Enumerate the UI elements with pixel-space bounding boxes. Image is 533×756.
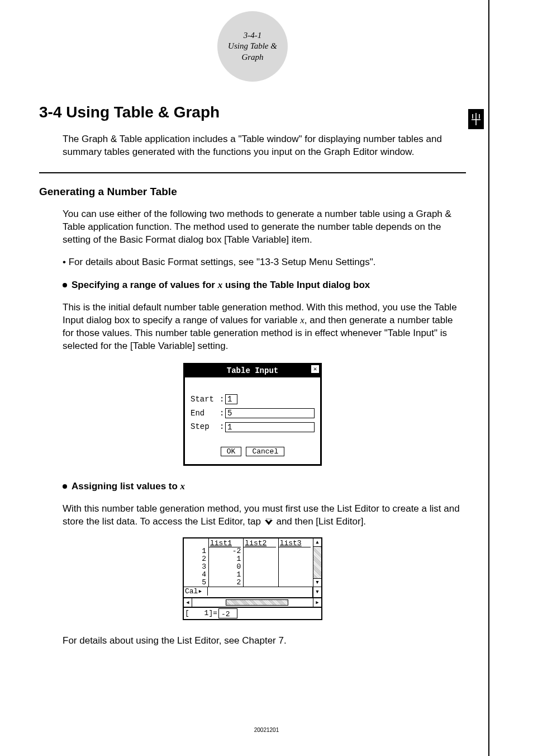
- end-field[interactable]: 5: [225, 408, 315, 418]
- scroll-thumb[interactable]: [226, 599, 288, 606]
- scroll-left-icon[interactable]: ◂: [184, 598, 192, 607]
- input-index: 1]=: [191, 608, 218, 619]
- list-input-line: [ 1]= -2: [184, 607, 321, 619]
- end-label: End: [191, 408, 220, 419]
- bullet-heading-range: Specifying a range of values for x using…: [63, 279, 466, 292]
- list-rownum: 1: [184, 547, 206, 555]
- variable-x-inline: x: [300, 315, 304, 325]
- bullet-dot-icon: [63, 283, 67, 287]
- list-row-numbers: 1 2 3 4 5: [184, 538, 209, 587]
- scroll-up-icon[interactable]: ▴: [313, 538, 321, 547]
- cancel-button[interactable]: Cancel: [246, 447, 284, 456]
- table-input-dialog: Table Input ✕ Start : 1 End : 5 S: [183, 363, 322, 466]
- list-col-1[interactable]: list1 -2 1 0 1 2: [209, 538, 244, 587]
- start-field[interactable]: 1: [225, 394, 237, 404]
- bullet-a-post: using the Table Input dialog box: [222, 280, 370, 290]
- cal-label[interactable]: Cal▸: [184, 587, 208, 596]
- step-field[interactable]: 1: [225, 422, 315, 432]
- list-cell[interactable]: 1: [209, 571, 241, 579]
- section-title: 3-4 Using Table & Graph: [39, 102, 466, 123]
- horizontal-scrollbar[interactable]: ◂ ▸: [184, 597, 321, 607]
- list-cell[interactable]: 0: [209, 563, 241, 571]
- list-editor-panel: 1 2 3 4 5 list1 -2 1 0 1 2: [183, 537, 322, 620]
- dialog-row-start: Start : 1: [191, 394, 315, 405]
- body-paragraph-a: This is the initial default number table…: [63, 301, 466, 353]
- list-rownum: 3: [184, 563, 206, 571]
- scroll-right-icon[interactable]: ▸: [313, 598, 321, 607]
- footer-id: 20021201: [0, 726, 533, 734]
- list-col-3[interactable]: list3: [279, 538, 313, 587]
- list-header: list2: [244, 538, 275, 547]
- scroll-down-icon[interactable]: ▾: [313, 578, 321, 587]
- start-label: Start: [191, 394, 220, 405]
- scroll-track[interactable]: [313, 547, 321, 578]
- variable-x-b: x: [180, 481, 185, 492]
- list-cell[interactable]: 2: [209, 579, 241, 587]
- bullet-dot-icon: [63, 484, 67, 489]
- colon: :: [220, 394, 225, 405]
- ok-button[interactable]: OK: [221, 447, 242, 456]
- dialog-title: Table Input: [227, 366, 278, 375]
- page-ref-title: Using Table & Graph: [217, 41, 288, 63]
- dialog-titlebar: Table Input ✕: [185, 365, 320, 377]
- scroll-down-end-icon[interactable]: ▾: [313, 587, 321, 597]
- bullet-heading-list: Assigning list values to x: [63, 480, 466, 493]
- menu-down-arrow-icon: [264, 517, 274, 525]
- list-rownum: 4: [184, 571, 206, 579]
- close-icon[interactable]: ✕: [311, 365, 319, 373]
- colon: :: [220, 408, 225, 419]
- list-cell[interactable]: 1: [209, 555, 241, 563]
- body-paragraph-b: With this number table generation method…: [63, 503, 466, 528]
- bullet-a-pre: Specifying a range of values for: [72, 280, 218, 290]
- vertical-scrollbar[interactable]: ▴ ▾: [313, 538, 321, 587]
- closing-paragraph: For details about using the List Editor,…: [63, 635, 466, 648]
- open-bracket: [: [184, 608, 191, 619]
- para-b-pre: With this number table generation method…: [63, 503, 460, 527]
- colon: :: [220, 422, 225, 432]
- input-value-field[interactable]: -2: [218, 608, 237, 618]
- page-ref: 3-4-1: [244, 30, 262, 41]
- variable-x: x: [218, 280, 223, 290]
- page-divider-right: [488, 0, 489, 756]
- bullet-basic-format: • For details about Basic Format setting…: [63, 256, 466, 269]
- body-paragraph-1: You can use either of the following two …: [63, 208, 466, 247]
- subheading: Generating a Number Table: [39, 185, 466, 199]
- list-col-2[interactable]: list2: [244, 538, 278, 587]
- section-divider: [39, 172, 466, 173]
- thumb-tab-icon: [468, 109, 484, 129]
- para-b-post: and then [List Editor].: [274, 516, 366, 527]
- intro-paragraph: The Graph & Table application includes a…: [63, 133, 466, 159]
- page-header-circle: 3-4-1 Using Table & Graph: [217, 11, 288, 82]
- list-header: list1: [209, 538, 241, 547]
- step-label: Step: [191, 422, 220, 432]
- dialog-row-end: End : 5: [191, 408, 315, 419]
- list-rownum: 2: [184, 555, 206, 563]
- dialog-row-step: Step : 1: [191, 422, 315, 432]
- bullet-b-pre: Assigning list values to: [72, 481, 180, 492]
- list-cell[interactable]: -2: [209, 547, 241, 555]
- list-header: list3: [279, 538, 311, 547]
- list-rownum: 5: [184, 579, 206, 587]
